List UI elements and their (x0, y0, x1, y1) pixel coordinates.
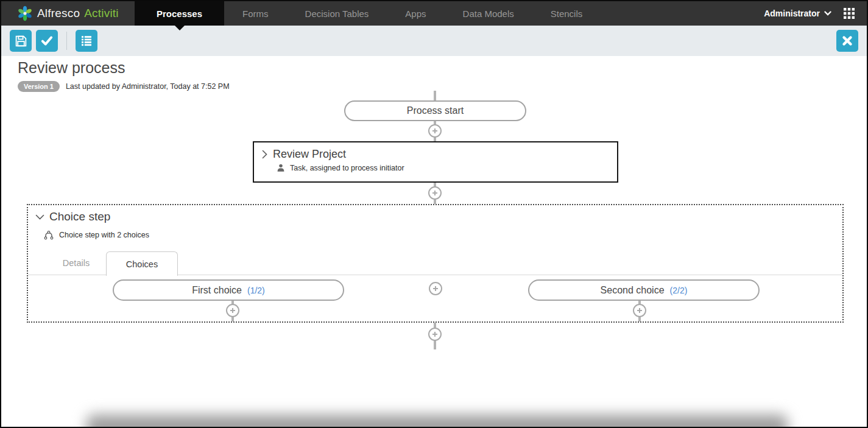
choice-counter: (2/2) (670, 286, 688, 295)
add-step-button[interactable] (428, 186, 442, 200)
close-editor-button[interactable] (836, 30, 858, 52)
task-title: Review Project (273, 148, 346, 161)
active-tab-caret (175, 26, 185, 30)
add-step-in-choice-button[interactable] (633, 304, 646, 317)
choice-step-subtitle-row: Choice step with 2 choices (44, 230, 149, 240)
user-menu[interactable]: Administrator (764, 9, 831, 18)
brand-alfresco-text: Alfresco (37, 7, 80, 20)
choice-counter: (1/2) (247, 286, 265, 295)
task-subtitle: Task, assigned to process initiator (290, 164, 404, 172)
nav-right: Administrator (764, 1, 867, 26)
editor-toolbar (1, 26, 867, 56)
task-subtitle-row: Task, assigned to process initiator (277, 163, 609, 172)
chevron-right-icon (262, 150, 267, 159)
check-icon (40, 34, 54, 47)
tab-label: Details (63, 258, 90, 268)
add-step-in-choice-button[interactable] (226, 304, 239, 317)
tab-label: Choices (126, 259, 158, 269)
nav-tab-label: Apps (405, 9, 426, 19)
process-canvas: Review process Version 1 Last updated by… (1, 56, 867, 427)
nav-tab-apps[interactable]: Apps (387, 1, 444, 26)
process-start-node[interactable]: Process start (344, 100, 526, 121)
process-meta: Version 1 Last updated by Administrator,… (18, 81, 230, 92)
alfresco-logo-icon (17, 5, 33, 21)
nav-tab-label: Decision Tables (305, 9, 369, 19)
nav-tab-processes[interactable]: Processes (135, 1, 224, 26)
tab-choices[interactable]: Choices (106, 251, 178, 276)
main-nav: Processes Forms Decision Tables Apps Dat… (135, 1, 601, 26)
add-step-button[interactable] (428, 124, 442, 138)
choice-step-tabs: Details Choices (28, 251, 842, 275)
choice-label: Second choice (601, 285, 665, 296)
choice-step-header[interactable]: Choice step (35, 210, 110, 223)
validate-button[interactable] (36, 30, 58, 52)
choice-label: First choice (192, 285, 242, 296)
choice-node-second[interactable]: Second choice (2/2) (528, 279, 760, 301)
app-window: Alfresco Activiti Processes Forms Decisi… (0, 0, 868, 428)
choice-node-first[interactable]: First choice (1/2) (113, 279, 344, 301)
nav-tab-label: Processes (157, 9, 202, 19)
toolbar-divider (66, 32, 67, 50)
nav-tab-forms[interactable]: Forms (224, 1, 287, 26)
nav-tab-data-models[interactable]: Data Models (445, 1, 532, 26)
chevron-down-icon (35, 214, 44, 220)
nav-tab-label: Stencils (551, 9, 583, 19)
chevron-down-icon (824, 11, 831, 16)
save-button[interactable] (10, 30, 32, 52)
person-icon (277, 163, 285, 172)
process-start-label: Process start (407, 105, 464, 116)
choice-step-subtitle: Choice step with 2 choices (59, 231, 149, 239)
list-icon (80, 35, 93, 47)
choice-step-title: Choice step (49, 210, 110, 223)
connector-line (434, 91, 436, 101)
tab-details[interactable]: Details (46, 251, 106, 275)
nav-tab-decision-tables[interactable]: Decision Tables (287, 1, 387, 26)
nav-tab-stencils[interactable]: Stencils (532, 1, 601, 26)
last-updated-text: Last updated by Administrator, Today at … (66, 82, 230, 91)
add-step-button[interactable] (428, 328, 442, 341)
choice-step-node[interactable]: Choice step Choice step with 2 choices D… (27, 204, 844, 323)
app-grid-icon[interactable] (844, 8, 855, 19)
nav-tab-label: Forms (242, 9, 269, 19)
top-nav: Alfresco Activiti Processes Forms Decisi… (1, 1, 867, 26)
brand-activiti-text: Activiti (84, 7, 119, 20)
close-icon (842, 35, 853, 46)
branch-icon (44, 230, 54, 240)
save-icon (15, 35, 27, 47)
page-title: Review process (18, 59, 125, 77)
task-node-review-project[interactable]: Review Project Task, assigned to process… (253, 141, 618, 183)
add-choice-button[interactable] (429, 282, 442, 295)
version-badge: Version 1 (18, 81, 60, 92)
brand-home-link[interactable]: Alfresco Activiti (1, 1, 135, 26)
bottom-panel-shadow (86, 415, 788, 428)
nav-tab-label: Data Models (463, 9, 514, 19)
task-title-row: Review Project (262, 148, 609, 161)
step-list-button[interactable] (76, 30, 97, 52)
user-name: Administrator (764, 9, 820, 18)
